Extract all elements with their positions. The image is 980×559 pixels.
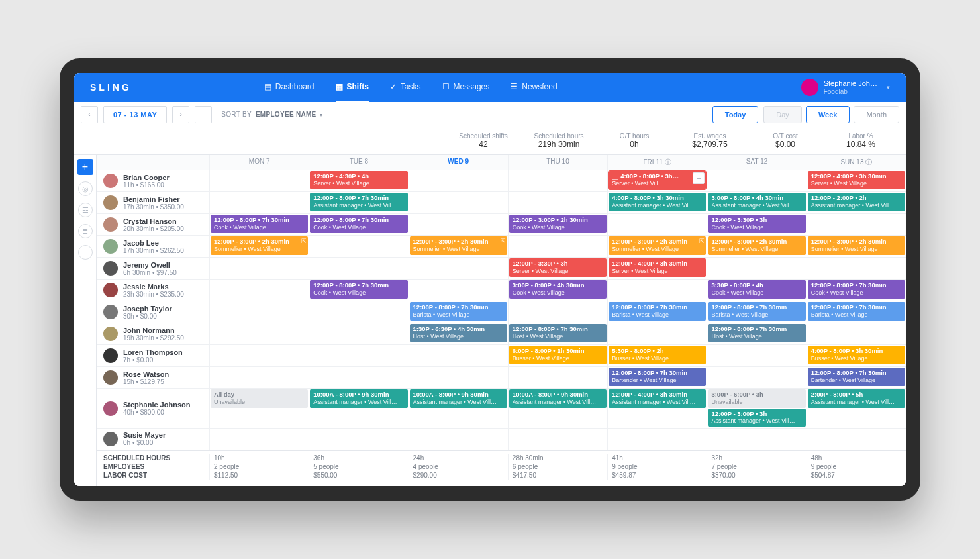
schedule-cell[interactable]: 12:00P - 2:00P • 2h Assistant manager • …: [807, 192, 906, 213]
shift-block[interactable]: 12:00P - 8:00P • 7h 30min Cook • West Vi…: [310, 280, 407, 298]
schedule-cell[interactable]: 4:00P - 8:00P • 3h 30min Assistant manag…: [607, 192, 707, 213]
schedule-cell[interactable]: 12:00P - 8:00P • 7h 30min Barista • West…: [807, 301, 906, 323]
schedule-cell[interactable]: 12:00P - 8:00P • 7h 30min Cook • West Vi…: [309, 280, 408, 301]
date-range-button[interactable]: 07 - 13 MAY: [103, 106, 167, 123]
location-filter-icon[interactable]: ◎: [78, 181, 93, 196]
schedule-cell[interactable]: 4:00P - 8:00P • 3h 30min Busser • West V…: [807, 345, 906, 366]
schedule-cell[interactable]: 12:00P - 4:00P • 3h 30min Assistant mana…: [607, 389, 707, 428]
shift-checkbox[interactable]: [612, 174, 618, 180]
schedule-cell[interactable]: [409, 214, 508, 235]
schedule-cell[interactable]: 12:00P - 3:30P • 3h Cook • West Village: [707, 214, 806, 235]
nav-newsfeed[interactable]: ☰Newsfeed: [511, 73, 557, 102]
schedule-cell[interactable]: 3:00P - 8:00P • 4h 30min Cook • West Vil…: [508, 280, 607, 301]
schedule-cell[interactable]: [209, 429, 309, 450]
schedule-cell[interactable]: 10:00A - 8:00P • 9h 30min Assistant mana…: [409, 389, 508, 428]
shift-block[interactable]: 12:00P - 4:00P • 3h 30min Server • West …: [808, 171, 905, 189]
shift-block[interactable]: 12:00P - 3:30P • 3h Cook • West Village: [708, 215, 805, 232]
schedule-cell[interactable]: [309, 367, 408, 388]
schedule-cell[interactable]: 12:00P - 3:00P • 2h 30min Sommelier • We…: [807, 236, 906, 257]
shift-block[interactable]: 12:00P - 4:00P • 3h 30min Assistant mana…: [609, 389, 706, 407]
schedule-cell[interactable]: [508, 367, 607, 388]
shift-block[interactable]: 12:00P - 3:00P • 3h Assistant manager • …: [708, 409, 805, 427]
shift-block[interactable]: 4:00P - 8:00P • 3h 30min Assistant manag…: [609, 193, 706, 211]
employee-cell[interactable]: Rose Watson 15h • $129.75: [97, 367, 209, 388]
shift-block[interactable]: 12:00P - 3:00P • 2h 30min Cook • West Vi…: [509, 215, 607, 232]
shift-block[interactable]: 12:00P - 4:30P • 4h Server • West Villag…: [310, 171, 407, 189]
shift-block[interactable]: 12:00P - 8:00P • 7h 30min Bartender • We…: [609, 368, 706, 385]
schedule-cell[interactable]: [209, 301, 309, 323]
nav-tasks[interactable]: ✓Tasks: [390, 73, 421, 102]
schedule-cell[interactable]: [807, 214, 906, 235]
schedule-cell[interactable]: [409, 345, 508, 366]
schedule-cell[interactable]: 12:00P - 3:00P • 2h 30min Sommelier • We…: [209, 236, 309, 257]
schedule-cell[interactable]: [607, 323, 707, 344]
notes-icon[interactable]: ☲: [78, 203, 93, 217]
schedule-cell[interactable]: 3:00P - 8:00P • 4h 30min Assistant manag…: [707, 192, 806, 213]
schedule-cell[interactable]: 5:30P - 8:00P • 2h Busser • West Village: [607, 345, 707, 366]
shift-block[interactable]: 3:00P - 6:00P • 3h Unavailable: [708, 389, 805, 407]
shift-block[interactable]: 4:00P - 8:00P • 3h 30min Busser • West V…: [808, 346, 905, 364]
employee-cell[interactable]: Susie Mayer 0h • $0.00: [97, 429, 209, 450]
shift-block[interactable]: 12:00P - 3:00P • 2h 30min Sommelier • We…: [410, 236, 507, 254]
schedule-cell[interactable]: [309, 429, 408, 450]
employee-cell[interactable]: Jeremy Owell 6h 30min • $97.50: [97, 258, 209, 279]
shift-block[interactable]: 12:00P - 8:00P • 7h 30min Barista • West…: [708, 302, 805, 320]
day-header[interactable]: TUE 8: [309, 155, 408, 170]
shift-block[interactable]: 12:00P - 8:00P • 7h 30min Bartender • We…: [808, 368, 905, 385]
schedule-cell[interactable]: 12:00P - 3:30P • 3h Server • West Villag…: [508, 258, 607, 279]
shift-block[interactable]: 12:00P - 8:00P • 7h 30min Cook • West Vi…: [310, 215, 407, 232]
schedule-cell[interactable]: [209, 367, 309, 388]
schedule-cell[interactable]: [309, 345, 408, 366]
shift-block[interactable]: 12:00P - 3:00P • 2h 30min Sommelier • We…: [708, 236, 805, 254]
add-shift-inline[interactable]: +: [693, 172, 705, 184]
schedule-cell[interactable]: 6:00P - 8:00P • 1h 30min Busser • West V…: [508, 345, 607, 366]
shift-block[interactable]: 5:30P - 8:00P • 2h Busser • West Village: [609, 346, 706, 364]
shift-block[interactable]: 12:00P - 3:00P • 2h 30min Sommelier • We…: [211, 236, 308, 254]
schedule-cell[interactable]: [508, 429, 607, 450]
schedule-cell[interactable]: 12:00P - 8:00P • 7h 30min Barista • West…: [409, 301, 508, 323]
schedule-cell[interactable]: [707, 367, 806, 388]
schedule-cell[interactable]: [607, 280, 707, 301]
schedule-cell[interactable]: 12:00P - 8:00P • 7h 30min Barista • West…: [607, 301, 707, 323]
shift-block[interactable]: 12:00P - 2:00P • 2h Assistant manager • …: [808, 193, 905, 211]
employee-cell[interactable]: Jessie Marks 23h 30min • $235.00: [97, 280, 209, 301]
popout-icon[interactable]: ⇱: [699, 238, 705, 244]
schedule-cell[interactable]: [607, 429, 707, 450]
employee-cell[interactable]: Benjamin Fisher 17h 30min • $350.00: [97, 192, 209, 213]
employee-cell[interactable]: Stephanie Johnson 40h • $800.00: [97, 389, 209, 428]
shift-block[interactable]: 12:00P - 8:00P • 7h 30min Barista • West…: [410, 302, 507, 320]
schedule-cell[interactable]: [409, 258, 508, 279]
shift-block[interactable]: 3:30P - 8:00P • 4h Cook • West Village: [708, 280, 805, 298]
schedule-cell[interactable]: [508, 192, 607, 213]
popout-icon[interactable]: ⇱: [501, 238, 506, 244]
schedule-cell[interactable]: [607, 214, 707, 235]
employee-cell[interactable]: Brian Cooper 11h • $165.00: [97, 170, 209, 191]
shift-block[interactable]: 3:00P - 8:00P • 4h 30min Assistant manag…: [708, 193, 805, 211]
sort-by[interactable]: SORT BY EMPLOYEE NAME ▾: [221, 111, 322, 118]
nav-messages[interactable]: ☐Messages: [442, 73, 490, 102]
shift-block[interactable]: 12:00P - 3:00P • 2h 30min Sommelier • We…: [609, 236, 706, 254]
shift-block[interactable]: 10:00A - 8:00P • 9h 30min Assistant mana…: [410, 389, 507, 407]
schedule-cell[interactable]: [409, 170, 508, 191]
schedule-cell[interactable]: [409, 429, 508, 450]
user-menu[interactable]: Stephanie Joh… Foodlab ▾: [801, 79, 890, 96]
schedule-cell[interactable]: 12:00P - 8:00P • 7h 30min Cook • West Vi…: [807, 280, 906, 301]
schedule-cell[interactable]: 10:00A - 8:00P • 9h 30min Assistant mana…: [309, 389, 408, 428]
shift-block[interactable]: 3:00P - 8:00P • 4h 30min Cook • West Vil…: [509, 280, 607, 298]
shift-block[interactable]: 10:00A - 8:00P • 9h 30min Assistant mana…: [509, 389, 607, 407]
schedule-cell[interactable]: [309, 323, 408, 344]
nav-dashboard[interactable]: ▤Dashboard: [264, 73, 315, 102]
schedule-cell[interactable]: 12:00P - 8:00P • 7h 30min Assistant mana…: [309, 192, 408, 213]
schedule-cell[interactable]: [309, 301, 408, 323]
prev-week-button[interactable]: ‹: [81, 106, 98, 123]
schedule-cell[interactable]: 1:30P - 6:30P • 4h 30min Host • West Vil…: [409, 323, 508, 344]
schedule-cell[interactable]: 12:00P - 8:00P • 7h 30min Bartender • We…: [607, 367, 707, 388]
nav-shifts[interactable]: ▦Shifts: [336, 73, 369, 102]
shift-block[interactable]: 12:00P - 3:00P • 2h 30min Sommelier • We…: [808, 236, 905, 254]
schedule-cell[interactable]: 12:00P - 3:00P • 2h 30min Sommelier • We…: [409, 236, 508, 257]
schedule-cell[interactable]: [309, 236, 408, 257]
schedule-cell[interactable]: 12:00P - 4:30P • 4h Server • West Villag…: [309, 170, 408, 191]
schedule-cell[interactable]: [707, 258, 806, 279]
shift-block[interactable]: 12:00P - 8:00P • 7h 30min Assistant mana…: [310, 193, 407, 211]
day-header[interactable]: MON 7: [209, 155, 309, 170]
